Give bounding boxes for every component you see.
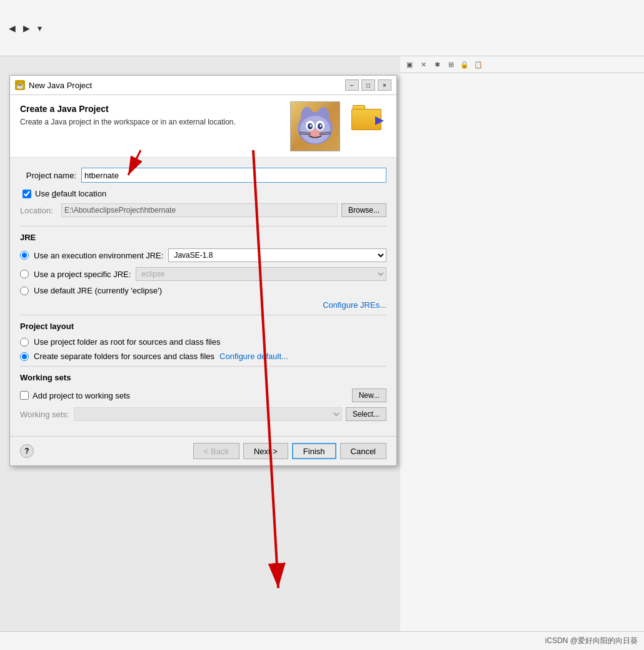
working-sets-select-row: Working sets: Select... xyxy=(20,407,386,421)
location-label: Location: xyxy=(20,206,58,215)
project-name-input[interactable] xyxy=(81,168,386,183)
project-layout-title: Project layout xyxy=(20,322,386,331)
jre-radio-3[interactable] xyxy=(20,287,29,295)
jre-option1-row: Use an execution environment JRE: JavaSE… xyxy=(20,248,386,262)
footer-help: ? xyxy=(20,444,34,458)
add-to-working-sets-checkbox[interactable] xyxy=(20,391,29,400)
dialog-title-controls: − □ × xyxy=(345,79,391,91)
jre-option1-label: Use an execution environment JRE: xyxy=(34,251,163,260)
location-input[interactable] xyxy=(61,203,338,217)
panel-icon-3[interactable]: ✱ xyxy=(431,59,443,70)
layout-option2-label: Create separate folders for sources and … xyxy=(34,352,214,361)
layout-radio-2[interactable] xyxy=(20,352,29,361)
browse-button[interactable]: Browse... xyxy=(341,203,386,217)
panel-icon-1[interactable]: ▣ xyxy=(404,59,415,70)
project-name-label: Project name: xyxy=(20,171,76,180)
dialog-title-text: New Java Project xyxy=(29,81,92,90)
dialog-title-icon: ☕ xyxy=(15,80,25,90)
close-button[interactable]: × xyxy=(378,79,391,91)
dialog-description: Create a Java project in the workspace o… xyxy=(20,118,236,126)
jre-dropdown-2[interactable]: eclipse xyxy=(136,267,386,281)
right-panel: ▣ ✕ ✱ ⊞ 🔒 📋 xyxy=(400,56,644,650)
default-location-row: Use default location xyxy=(20,189,386,198)
footer-actions: < Back Next > Finish Cancel xyxy=(193,443,386,459)
bottom-status-bar: iCSDN @爱好向阳的向日葵 xyxy=(0,631,644,650)
next-button[interactable]: Next > xyxy=(243,443,288,459)
dialog-header-text: Create a Java Project Create a Java proj… xyxy=(20,104,236,126)
cancel-button[interactable]: Cancel xyxy=(340,443,386,459)
add-to-working-sets-label: Add project to working sets xyxy=(33,391,130,400)
dialog-titlebar: ☕ New Java Project − □ × xyxy=(10,76,396,95)
layout-radio-1[interactable] xyxy=(20,338,29,347)
configure-default-link[interactable]: Configure default... xyxy=(219,352,288,361)
panel-icon-2[interactable]: ✕ xyxy=(418,59,429,70)
divider-1 xyxy=(20,226,386,226)
panel-icon-5[interactable]: 🔒 xyxy=(459,59,470,70)
dialog-body: Project name: Use default location Locat… xyxy=(10,158,396,436)
panel-icon-4[interactable]: ⊞ xyxy=(445,59,456,70)
help-button[interactable]: ? xyxy=(20,444,34,458)
bottom-bar-text: iCSDN @爱好向阳的向日葵 xyxy=(545,636,638,646)
dialog-subtitle: Create a Java Project xyxy=(20,104,236,114)
working-sets-section: Add project to working sets New... Worki… xyxy=(20,388,386,421)
jre-option2-row: Use a project specific JRE: eclipse xyxy=(20,267,386,281)
minimize-button[interactable]: − xyxy=(345,79,359,91)
layout-option2-row: Create separate folders for sources and … xyxy=(20,352,386,361)
select-working-set-button[interactable]: Select... xyxy=(346,407,386,421)
toolbar-forward-btn[interactable]: ▶ xyxy=(21,22,33,34)
toolbar-back-btn[interactable]: ◀ xyxy=(6,22,18,34)
svg-point-8 xyxy=(310,124,312,127)
folder-icon-area xyxy=(351,105,386,136)
default-location-checkbox[interactable] xyxy=(23,190,31,198)
working-sets-checkbox-row: Add project to working sets New... xyxy=(20,388,386,402)
layout-option1-row: Use project folder as root for sources a… xyxy=(20,337,386,347)
jre-option3-label: Use default JRE (currently 'eclipse') xyxy=(34,286,162,295)
jre-dropdown-1[interactable]: JavaSE-1.8 xyxy=(168,248,386,262)
new-java-project-dialog: ☕ New Java Project − □ × Create a Java P… xyxy=(9,75,397,466)
jre-section-title: JRE xyxy=(20,233,386,242)
dialog-header: Create a Java Project Create a Java proj… xyxy=(10,95,396,158)
right-panel-toolbar: ▣ ✕ ✱ ⊞ 🔒 📋 xyxy=(400,56,644,73)
location-row: Location: Browse... xyxy=(20,203,386,217)
jre-radio-2[interactable] xyxy=(20,270,29,278)
layout-option1-label: Use project folder as root for sources a… xyxy=(34,337,220,347)
jre-radio-1[interactable] xyxy=(20,251,29,260)
panel-icon-6[interactable]: 📋 xyxy=(473,59,484,70)
configure-jres-link[interactable]: Configure JREs... xyxy=(323,300,386,310)
divider-2 xyxy=(20,315,386,315)
default-location-label: Use default location xyxy=(35,189,106,198)
finish-button[interactable]: Finish xyxy=(292,443,336,459)
dialog-title-area: ☕ New Java Project xyxy=(15,80,92,90)
working-sets-label: Working sets: xyxy=(20,410,70,419)
dialog-footer: ? < Back Next > Finish Cancel xyxy=(10,436,396,465)
folder-icon xyxy=(351,105,381,130)
jre-option3-row: Use default JRE (currently 'eclipse') xyxy=(20,286,386,295)
restore-button[interactable]: □ xyxy=(361,79,375,91)
cartoon-image xyxy=(290,101,340,151)
working-sets-title: Working sets xyxy=(20,373,386,382)
new-working-set-button[interactable]: New... xyxy=(352,388,386,402)
svg-point-9 xyxy=(320,124,322,127)
working-sets-dropdown[interactable] xyxy=(74,407,342,421)
back-button[interactable]: < Back xyxy=(193,443,239,459)
jre-option2-label: Use a project specific JRE: xyxy=(34,270,131,279)
project-name-row: Project name: xyxy=(20,168,386,183)
toolbar-dropdown-btn[interactable]: ▾ xyxy=(35,22,44,34)
configure-jres-row: Configure JREs... xyxy=(20,300,386,310)
divider-3 xyxy=(20,366,386,367)
cartoon-svg xyxy=(293,104,337,148)
top-toolbar: ◀ ▶ ▾ xyxy=(0,0,644,56)
